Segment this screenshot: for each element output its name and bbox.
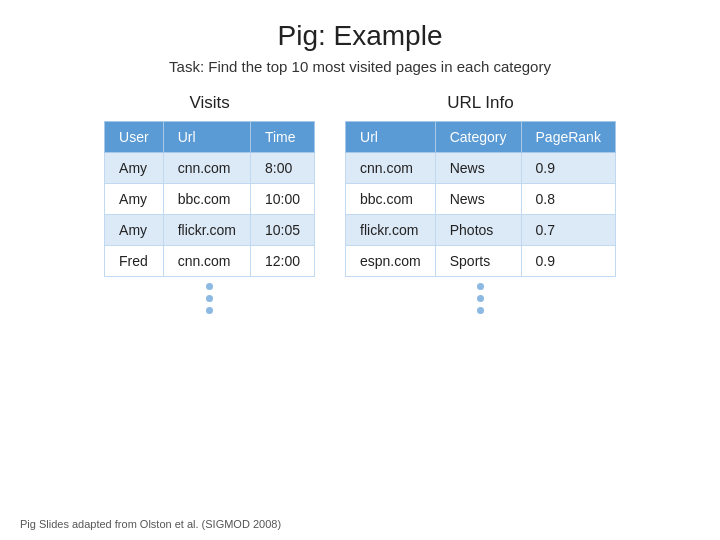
visits-col-time: Time [250, 122, 314, 153]
cell-user: Amy [105, 215, 164, 246]
urlinfo-col-pagerank: PageRank [521, 122, 615, 153]
dot1 [206, 283, 213, 290]
tables-section: Visits User Url Time Amy cnn.com 8:00 Am… [40, 93, 680, 314]
cell-pagerank: 0.7 [521, 215, 615, 246]
table-row: Amy bbc.com 10:00 [105, 184, 315, 215]
table-row: Fred cnn.com 12:00 [105, 246, 315, 277]
urlinfo-label: URL Info [447, 93, 513, 113]
dot4 [477, 283, 484, 290]
visits-table-group: Visits User Url Time Amy cnn.com 8:00 Am… [104, 93, 315, 314]
visits-col-url: Url [163, 122, 250, 153]
cell-pagerank: 0.9 [521, 246, 615, 277]
visits-dots [206, 283, 213, 314]
urlinfo-col-category: Category [435, 122, 521, 153]
dot2 [206, 295, 213, 302]
cell-pagerank: 0.9 [521, 153, 615, 184]
visits-col-user: User [105, 122, 164, 153]
table-row: Amy cnn.com 8:00 [105, 153, 315, 184]
cell-url: cnn.com [163, 153, 250, 184]
cell-time: 10:00 [250, 184, 314, 215]
cell-category: Photos [435, 215, 521, 246]
main-title: Pig: Example [278, 20, 443, 52]
table-row: espn.com Sports 0.9 [346, 246, 616, 277]
table-row: Amy flickr.com 10:05 [105, 215, 315, 246]
cell-user: Fred [105, 246, 164, 277]
cell-category: Sports [435, 246, 521, 277]
page-container: Pig: Example Task: Find the top 10 most … [0, 0, 720, 540]
cell-url: cnn.com [346, 153, 436, 184]
dot6 [477, 307, 484, 314]
cell-user: Amy [105, 184, 164, 215]
cell-time: 10:05 [250, 215, 314, 246]
cell-url: cnn.com [163, 246, 250, 277]
cell-url: flickr.com [346, 215, 436, 246]
footer-note: Pig Slides adapted from Olston et al. (S… [20, 518, 281, 530]
urlinfo-dots [477, 283, 484, 314]
dot5 [477, 295, 484, 302]
cell-category: News [435, 153, 521, 184]
cell-time: 12:00 [250, 246, 314, 277]
urlinfo-table-group: URL Info Url Category PageRank cnn.com N… [345, 93, 616, 314]
table-row: cnn.com News 0.9 [346, 153, 616, 184]
cell-url: bbc.com [163, 184, 250, 215]
cell-user: Amy [105, 153, 164, 184]
cell-url: bbc.com [346, 184, 436, 215]
visits-table: User Url Time Amy cnn.com 8:00 Amy bbc.c… [104, 121, 315, 277]
table-row: bbc.com News 0.8 [346, 184, 616, 215]
subtitle: Task: Find the top 10 most visited pages… [169, 58, 551, 75]
urlinfo-col-url: Url [346, 122, 436, 153]
table-row: flickr.com Photos 0.7 [346, 215, 616, 246]
cell-url: espn.com [346, 246, 436, 277]
cell-pagerank: 0.8 [521, 184, 615, 215]
visits-label: Visits [189, 93, 229, 113]
cell-category: News [435, 184, 521, 215]
cell-time: 8:00 [250, 153, 314, 184]
cell-url: flickr.com [163, 215, 250, 246]
dot3 [206, 307, 213, 314]
urlinfo-table: Url Category PageRank cnn.com News 0.9 b… [345, 121, 616, 277]
